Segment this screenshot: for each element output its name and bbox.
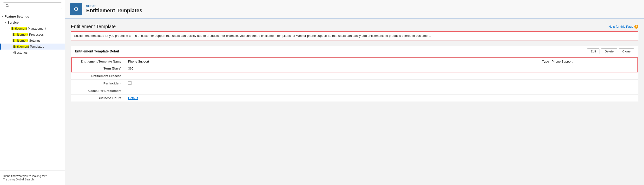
field-value: Phone Support bbox=[124, 58, 198, 65]
header-icon: ⚙ bbox=[70, 3, 82, 15]
detail-section: Entitlement Template Detail Edit Delete … bbox=[71, 45, 638, 102]
footer-line2: Try using Global Search. bbox=[3, 178, 35, 181]
help-badge: ? bbox=[634, 25, 638, 29]
delete-button[interactable]: Delete bbox=[601, 48, 617, 54]
field-value: Default bbox=[124, 94, 198, 102]
header-title: Entitlement Templates bbox=[86, 7, 142, 14]
field-value bbox=[124, 79, 198, 87]
sidebar-footer: Didn't find what you're looking for? Try… bbox=[0, 170, 65, 185]
table-row: Cases Per Entitlement bbox=[71, 87, 638, 94]
field-label: Term (Days) bbox=[71, 65, 124, 72]
sidebar-item-label: Milestones bbox=[12, 51, 28, 54]
clone-button[interactable]: Clone bbox=[619, 48, 634, 54]
description-text: Entitlement templates let you predefine … bbox=[74, 34, 431, 37]
table-row: Entitlement Process bbox=[71, 72, 638, 80]
page-title-row: Entitlement Template Help for this Page … bbox=[71, 24, 638, 29]
search-icon bbox=[6, 4, 9, 8]
footer-line1: Didn't find what you're looking for? bbox=[3, 175, 47, 178]
table-row: Business Hours Default bbox=[71, 94, 638, 102]
chevron-icon: ∨ bbox=[2, 15, 4, 18]
sidebar-item-entitlement-templates[interactable]: Entitlement Templates bbox=[0, 43, 65, 49]
page-main-title: Entitlement Template bbox=[71, 24, 116, 29]
sidebar-item-milestones[interactable]: Milestones bbox=[0, 49, 65, 56]
sidebar-nav: ∨ Feature Settings ∨ Service ∨ Entitleme… bbox=[0, 12, 65, 57]
detail-table: Entitlement Template Name Phone Support … bbox=[71, 57, 638, 102]
type-label: Type bbox=[542, 60, 549, 63]
action-buttons: Edit Delete Clone bbox=[587, 48, 634, 54]
help-link[interactable]: Help for this Page ? bbox=[608, 25, 638, 29]
detail-section-title: Entitlement Template Detail bbox=[75, 49, 119, 53]
field-label: Entitlement Template Name bbox=[71, 58, 124, 65]
sidebar-item-entitlement-processes[interactable]: Entitlement Processes bbox=[0, 31, 65, 37]
search-box: entitlement bbox=[3, 2, 62, 9]
detail-header-row: Entitlement Template Detail Edit Delete … bbox=[71, 45, 638, 57]
sidebar-item-label: Service bbox=[8, 21, 18, 24]
table-row: Entitlement Template Name Phone Support … bbox=[71, 58, 638, 65]
sidebar-item-label: Feature Settings bbox=[4, 15, 29, 18]
per-incident-checkbox[interactable] bbox=[128, 81, 132, 85]
gear-icon: ⚙ bbox=[74, 6, 79, 12]
search-input[interactable]: entitlement bbox=[10, 4, 59, 8]
sidebar-item-label: Entitlement Settings bbox=[12, 39, 40, 42]
sidebar-item-entitlement-management[interactable]: ∨ Entitlement Management bbox=[0, 25, 65, 31]
field-label: Entitlement Process bbox=[71, 72, 124, 80]
search-area: entitlement bbox=[0, 0, 65, 12]
type-value: Phone Support bbox=[552, 60, 573, 63]
business-hours-link[interactable]: Default bbox=[128, 96, 138, 100]
table-row: Term (Days) 365 bbox=[71, 65, 638, 72]
description-box: Entitlement templates let you predefine … bbox=[71, 31, 638, 40]
sidebar: entitlement ∨ Feature Settings ∨ Service… bbox=[0, 0, 65, 185]
sidebar-item-label: Entitlement Templates bbox=[13, 45, 44, 48]
field-label: Cases Per Entitlement bbox=[71, 87, 124, 94]
chevron-icon: ∨ bbox=[5, 21, 6, 24]
field-value bbox=[124, 87, 198, 94]
header-text: SETUP Entitlement Templates bbox=[86, 4, 142, 14]
edit-button[interactable]: Edit bbox=[587, 48, 600, 54]
svg-point-0 bbox=[6, 4, 8, 6]
field-label: Business Hours bbox=[71, 94, 124, 102]
main-content: ⚙ SETUP Entitlement Templates Entitlemen… bbox=[65, 0, 644, 185]
table-row: Per Incident bbox=[71, 79, 638, 87]
field-value: 365 bbox=[124, 65, 198, 72]
sidebar-item-feature-settings[interactable]: ∨ Feature Settings bbox=[0, 13, 65, 19]
field-label: Per Incident bbox=[71, 79, 124, 87]
sidebar-item-service[interactable]: ∨ Service bbox=[0, 19, 65, 25]
svg-line-1 bbox=[8, 6, 9, 7]
sidebar-item-label: Entitlement Management bbox=[11, 27, 46, 30]
sidebar-item-entitlement-settings[interactable]: Entitlement Settings bbox=[0, 37, 65, 43]
chevron-icon: ∨ bbox=[9, 27, 10, 30]
sidebar-item-label: Entitlement Processes bbox=[12, 33, 44, 36]
content-area: Entitlement Template Help for this Page … bbox=[65, 19, 644, 185]
field-value bbox=[124, 72, 198, 80]
help-link-label: Help for this Page bbox=[608, 25, 634, 28]
header-setup-label: SETUP bbox=[86, 4, 142, 7]
page-header: ⚙ SETUP Entitlement Templates bbox=[65, 0, 644, 19]
